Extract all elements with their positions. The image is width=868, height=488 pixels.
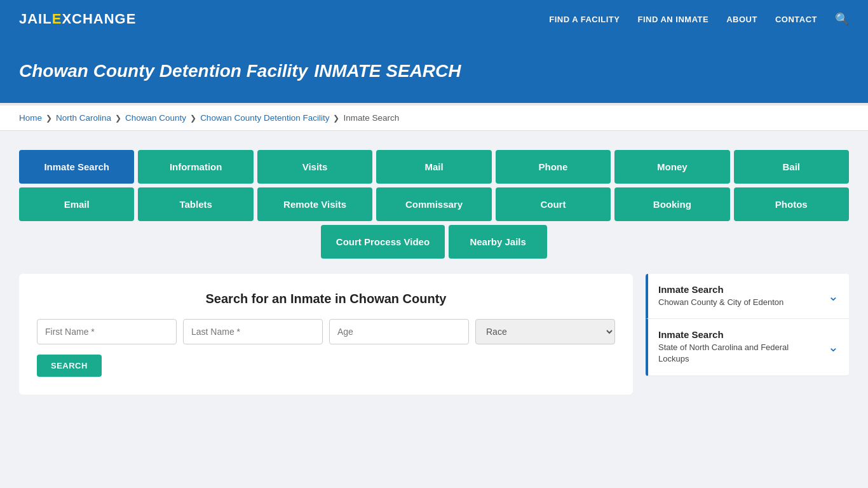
tab-booking[interactable]: Booking [614,187,729,221]
breadcrumb-current: Inmate Search [343,113,399,123]
tab-phone[interactable]: Phone [496,150,611,184]
tab-bail[interactable]: Bail [734,150,849,184]
nav-find-facility[interactable]: FIND A FACILITY [549,15,620,24]
sidebar-card-1-subtitle: Chowan County & City of Edenton [658,297,783,308]
nav-links: FIND A FACILITY FIND AN INMATE ABOUT CON… [549,12,849,26]
breadcrumb-sep-1: ❯ [46,114,52,123]
search-form-row: Race White Black Hispanic Asian Other [37,319,615,344]
nav-about[interactable]: ABOUT [726,15,757,24]
last-name-input[interactable] [183,319,323,344]
sidebar-card-1-title: Inmate Search [658,284,783,295]
sidebar-card-2-text: Inmate Search State of North Carolina an… [658,329,820,365]
search-title: Search for an Inmate in Chowan County [37,292,615,306]
sidebar-card-1[interactable]: Inmate Search Chowan County & City of Ed… [646,274,849,319]
nav-find-inmate[interactable]: FIND AN INMATE [637,15,709,24]
breadcrumb: Home ❯ North Carolina ❯ Chowan County ❯ … [19,113,849,123]
tab-remote-visits[interactable]: Remote Visits [257,187,372,221]
age-input[interactable] [329,319,469,344]
breadcrumb-county[interactable]: Chowan County [125,113,186,123]
race-select[interactable]: Race White Black Hispanic Asian Other [475,319,615,344]
tab-court[interactable]: Court [496,187,611,221]
tab-nearby-jails[interactable]: Nearby Jails [449,225,547,259]
chevron-down-icon-2: ⌄ [828,339,839,355]
lower-section: Search for an Inmate in Chowan County Ra… [19,274,849,395]
first-name-input[interactable] [37,319,177,344]
sidebar-card-2-title: Inmate Search [658,329,820,340]
sidebar-card-2-subtitle: State of North Carolina and Federal Lock… [658,342,820,365]
nav-contact[interactable]: CONTACT [775,15,817,24]
breadcrumb-facility[interactable]: Chowan County Detention Facility [200,113,329,123]
main-content: Inmate Search Information Visits Mail Ph… [0,131,868,414]
breadcrumb-bar: Home ❯ North Carolina ❯ Chowan County ❯ … [0,105,868,131]
breadcrumb-nc[interactable]: North Carolina [56,113,111,123]
tab-row-2: Email Tablets Remote Visits Commissary C… [19,187,849,221]
tab-email[interactable]: Email [19,187,134,221]
tab-inmate-search[interactable]: Inmate Search [19,150,134,184]
breadcrumb-home[interactable]: Home [19,113,42,123]
breadcrumb-sep-4: ❯ [333,114,339,123]
logo-exchange: XCHANGE [62,11,136,27]
sidebar-card-1-text: Inmate Search Chowan County & City of Ed… [658,284,783,308]
sidebar-card-2[interactable]: Inmate Search State of North Carolina an… [646,319,849,376]
search-icon[interactable]: 🔍 [835,13,849,25]
navbar: JAILEXCHANGE FIND A FACILITY FIND AN INM… [0,0,868,38]
tab-mail[interactable]: Mail [376,150,491,184]
tab-money[interactable]: Money [614,150,729,184]
breadcrumb-sep-2: ❯ [115,114,121,123]
tab-court-process-video[interactable]: Court Process Video [321,225,445,259]
tab-information[interactable]: Information [138,150,253,184]
chevron-down-icon-1: ⌄ [828,288,839,304]
tab-row-1: Inmate Search Information Visits Mail Ph… [19,150,849,184]
logo-jail: JAIL [19,11,52,27]
sidebar-cards: Inmate Search Chowan County & City of Ed… [646,274,849,376]
search-card: Search for an Inmate in Chowan County Ra… [19,274,633,395]
tab-row-3: Court Process Video Nearby Jails [19,225,849,259]
breadcrumb-sep-3: ❯ [190,114,196,123]
logo-x: E [52,11,62,27]
tab-commissary[interactable]: Commissary [376,187,491,221]
tab-tablets[interactable]: Tablets [138,187,253,221]
hero-banner: Chowan County Detention Facility INMATE … [0,38,868,105]
page-title: Chowan County Detention Facility INMATE … [19,56,849,83]
tab-visits[interactable]: Visits [257,150,372,184]
search-button[interactable]: SEARCH [37,355,102,377]
logo: JAILEXCHANGE [19,11,136,27]
tab-photos[interactable]: Photos [734,187,849,221]
